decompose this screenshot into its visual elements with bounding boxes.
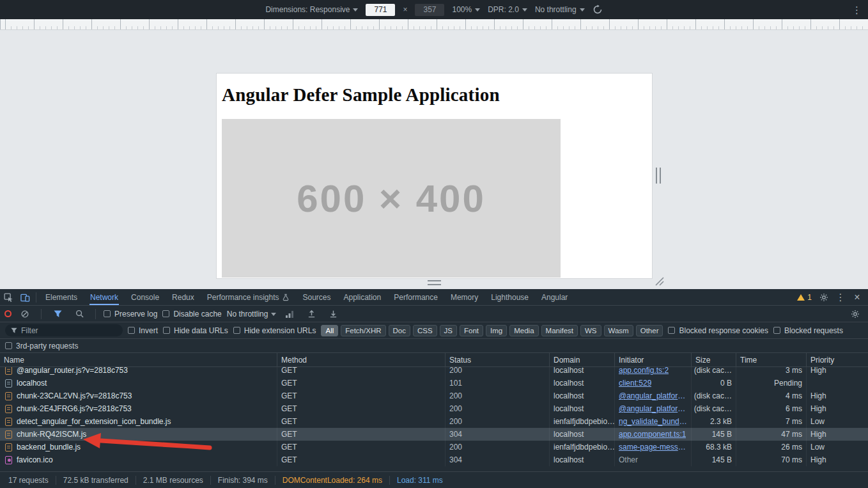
filter-pill-css[interactable]: CSS — [413, 325, 437, 336]
page-canvas: Angular Defer Sample Application 600 × 4… — [217, 74, 652, 278]
cell-size: 145 B — [692, 453, 736, 466]
tab-performance-insights[interactable]: Performance insights — [201, 289, 297, 305]
settings-gear-icon[interactable] — [816, 289, 832, 306]
filter-input-box[interactable] — [5, 324, 123, 336]
device-toolbar-toggle-icon[interactable] — [17, 289, 33, 306]
tab-label: Performance insights — [207, 293, 279, 302]
devtools-more-options-icon[interactable]: ⋮ — [832, 289, 849, 306]
blocked-requests-checkbox[interactable]: Blocked requests — [773, 326, 843, 335]
column-header-name[interactable]: Name — [0, 353, 277, 366]
viewport-resize-handle-right[interactable] — [656, 168, 661, 184]
cell-size: (disk cac… — [692, 390, 736, 402]
initiator-text: Other — [619, 455, 638, 464]
tab-sources[interactable]: Sources — [296, 289, 337, 305]
third-party-requests-checkbox[interactable]: 3rd-party requests — [5, 342, 78, 350]
devtools-tabs: ElementsNetworkConsoleReduxPerformance i… — [39, 289, 574, 305]
close-devtools-icon[interactable]: × — [849, 289, 865, 306]
network-settings-gear-icon[interactable] — [847, 306, 864, 322]
inspect-element-icon[interactable] — [0, 289, 17, 306]
filter-pill-img[interactable]: Img — [486, 325, 507, 336]
record-network-log-icon[interactable] — [4, 310, 12, 317]
initiator-link[interactable]: app.config.ts:2 — [619, 367, 669, 375]
clear-network-log-icon[interactable] — [17, 306, 33, 322]
filter-funnel-icon[interactable] — [49, 306, 66, 322]
table-row[interactable]: @angular_router.js?v=2818c753GET200local… — [0, 367, 868, 377]
column-header-method[interactable]: Method — [277, 353, 446, 366]
cell-name: detect_angular_for_extension_icon_bundle… — [0, 415, 277, 428]
status-item: Load: 311 ms — [390, 476, 450, 485]
network-throttling-dropdown[interactable]: No throttling — [227, 310, 277, 319]
initiator-link[interactable]: client:529 — [619, 379, 651, 388]
hide-extension-urls-checkbox[interactable]: Hide extension URLs — [233, 326, 316, 335]
search-icon[interactable] — [71, 306, 88, 322]
column-header-domain[interactable]: Domain — [550, 353, 615, 366]
table-row[interactable]: chunk-RQ42ISCM.jsGET304localhostapp.comp… — [0, 428, 868, 441]
initiator-link[interactable]: same-page-messag… — [619, 443, 687, 452]
table-row[interactable]: chunk-23CAL2VN.js?v=2818c753GET200localh… — [0, 390, 868, 402]
filter-pill-fetch-xhr[interactable]: Fetch/XHR — [341, 325, 385, 336]
initiator-link[interactable]: @angular_platform-b… — [619, 391, 687, 400]
column-header-priority[interactable]: Priority — [807, 353, 868, 366]
import-har-icon[interactable] — [303, 306, 320, 322]
filter-pill-doc[interactable]: Doc — [389, 325, 410, 336]
preserve-log-checkbox[interactable]: Preserve log — [104, 310, 157, 319]
rotate-viewport-icon[interactable] — [593, 4, 603, 15]
tab-lighthouse[interactable]: Lighthouse — [484, 289, 535, 305]
cell-initiator: app.component.ts:1 — [615, 428, 692, 441]
issues-warning-badge[interactable]: 1 — [793, 293, 816, 302]
tab-console[interactable]: Console — [125, 289, 166, 305]
tab-performance[interactable]: Performance — [387, 289, 444, 305]
tab-redux[interactable]: Redux — [166, 289, 201, 305]
viewport-height-input[interactable] — [415, 4, 444, 16]
table-row[interactable]: backend_bundle.jsGET200ienfalfjdbdpebio…… — [0, 441, 868, 453]
table-header: NameMethodStatusDomainInitiatorSizeTimeP… — [0, 353, 868, 367]
invert-label: Invert — [139, 326, 158, 335]
cell-size: 145 B — [692, 428, 736, 441]
tab-application[interactable]: Application — [337, 289, 388, 305]
filter-pill-js[interactable]: JS — [440, 325, 457, 336]
filter-input[interactable] — [21, 326, 117, 335]
initiator-link[interactable]: @angular_platform-b… — [619, 404, 687, 413]
viewport-resize-handle-corner[interactable] — [653, 275, 665, 287]
filter-pill-wasm[interactable]: Wasm — [604, 325, 633, 336]
initiator-link[interactable]: app.component.ts:1 — [619, 430, 686, 439]
cell-method: GET — [277, 415, 446, 428]
disable-cache-checkbox[interactable]: Disable cache — [162, 310, 221, 319]
viewport-width-input[interactable] — [366, 4, 395, 16]
blocked-response-cookies-checkbox[interactable]: Blocked response cookies — [668, 326, 768, 335]
cell-time: 6 ms — [736, 402, 807, 415]
export-har-icon[interactable] — [325, 306, 341, 322]
filter-pill-media[interactable]: Media — [509, 325, 538, 336]
script-file-icon — [5, 443, 12, 452]
filter-pill-all[interactable]: All — [321, 325, 338, 336]
tab-angular[interactable]: Angular — [535, 289, 574, 305]
filter-pill-ws[interactable]: WS — [580, 325, 601, 336]
network-conditions-icon[interactable] — [281, 306, 298, 322]
tab-memory[interactable]: Memory — [444, 289, 484, 305]
cell-initiator: ng_validate_bundle… — [615, 415, 692, 428]
tab-network[interactable]: Network — [84, 289, 125, 305]
preserve-log-label: Preserve log — [114, 310, 157, 319]
column-header-status[interactable]: Status — [446, 353, 550, 366]
status-item: DOMContentLoaded: 264 ms — [275, 476, 390, 485]
invert-checkbox[interactable]: Invert — [128, 326, 158, 335]
column-header-size[interactable]: Size — [692, 353, 736, 366]
table-row[interactable]: favicon.icoGET304localhostOther145 B70 m… — [0, 453, 868, 466]
table-row[interactable]: localhostGET101localhostclient:5290 BPen… — [0, 377, 868, 390]
filter-pill-manifest[interactable]: Manifest — [541, 325, 578, 336]
device-throttling-dropdown[interactable]: No throttling — [535, 5, 585, 14]
viewport-resize-handle-bottom[interactable] — [428, 280, 441, 285]
dpr-dropdown[interactable]: DPR: 2.0 — [488, 5, 527, 14]
initiator-link[interactable]: ng_validate_bundle… — [619, 417, 687, 426]
table-row[interactable]: chunk-2E4JFRG6.js?v=2818c753GET200localh… — [0, 402, 868, 415]
table-row[interactable]: detect_angular_for_extension_icon_bundle… — [0, 415, 868, 428]
column-header-time[interactable]: Time — [736, 353, 807, 366]
hide-data-urls-checkbox[interactable]: Hide data URLs — [163, 326, 228, 335]
column-header-initiator[interactable]: Initiator — [615, 353, 692, 366]
filter-pill-other[interactable]: Other — [636, 325, 663, 336]
device-toolbar-more-options-icon[interactable]: ⋮ — [849, 0, 864, 19]
filter-pill-font[interactable]: Font — [460, 325, 483, 336]
tab-elements[interactable]: Elements — [39, 289, 84, 305]
dimensions-dropdown[interactable]: Dimensions: Responsive — [265, 5, 358, 14]
zoom-dropdown[interactable]: 100% — [452, 5, 480, 14]
